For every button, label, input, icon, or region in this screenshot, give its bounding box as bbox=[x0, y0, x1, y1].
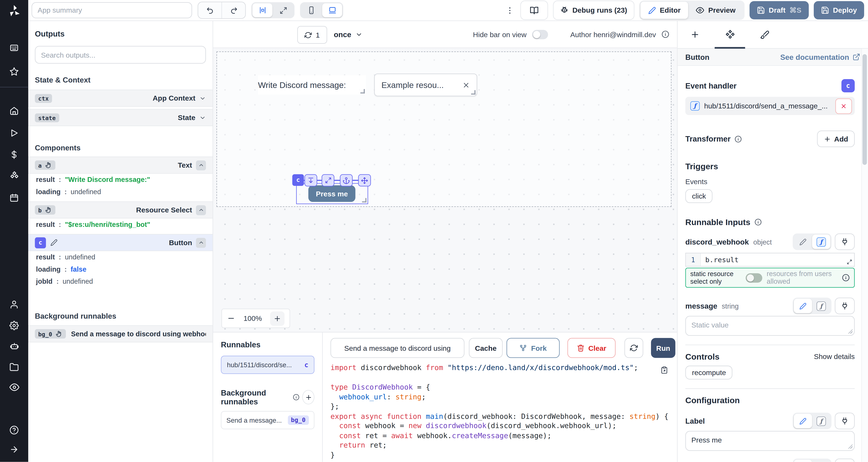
ctx-row[interactable]: ctx App Context bbox=[28, 90, 213, 107]
run-button[interactable]: Run bbox=[651, 338, 675, 358]
script-name-button[interactable]: Send a message to discord using bbox=[331, 338, 465, 358]
refresh-mode-select[interactable]: once bbox=[334, 26, 362, 42]
zoom-out-button[interactable] bbox=[227, 314, 235, 323]
documentation-book-button[interactable] bbox=[520, 1, 548, 20]
resize-handle[interactable] bbox=[848, 329, 852, 333]
add-background-runnable-button[interactable] bbox=[302, 390, 314, 404]
home-icon[interactable] bbox=[0, 104, 28, 117]
message-static-value-input[interactable]: Static value bbox=[685, 316, 855, 336]
tab-insert-component[interactable] bbox=[678, 21, 712, 48]
app-switcher-icon[interactable] bbox=[0, 41, 28, 54]
remove-runnable-button[interactable] bbox=[835, 98, 852, 113]
copy-clipboard-icon[interactable] bbox=[660, 366, 668, 374]
settings-gear-icon[interactable] bbox=[0, 319, 28, 332]
static-mode-pencil-icon[interactable] bbox=[794, 460, 812, 462]
background-runnable-item[interactable]: Send a message... bg_0 bbox=[221, 411, 314, 429]
refresh-script-button[interactable] bbox=[624, 338, 643, 358]
help-icon[interactable] bbox=[0, 423, 28, 436]
draft-button[interactable]: Draft ⌘S bbox=[749, 1, 808, 20]
resource-mode-toggle[interactable] bbox=[746, 273, 762, 283]
event-chip-click[interactable]: click bbox=[685, 189, 713, 203]
resize-handle[interactable] bbox=[848, 444, 852, 449]
event-handler-runnable-chip[interactable]: ƒ hub/1511/discord/send_a_message_... bbox=[685, 97, 855, 115]
chevron-down-icon[interactable] bbox=[199, 95, 206, 101]
billing-dollar-icon[interactable] bbox=[0, 148, 28, 161]
add-transformer-button[interactable]: Add bbox=[817, 131, 855, 147]
pencil-icon[interactable] bbox=[51, 239, 58, 246]
collapse-chevron[interactable] bbox=[196, 237, 206, 248]
state-row[interactable]: state State bbox=[28, 109, 213, 126]
static-mode-pencil-icon[interactable] bbox=[794, 234, 812, 249]
selected-runnable-item[interactable]: hub/1511/discord/se... c bbox=[221, 356, 314, 374]
button-component[interactable]: Press me bbox=[308, 185, 355, 202]
debug-runs-button[interactable]: Debug runs (23) bbox=[553, 1, 634, 20]
anchor-component-button[interactable] bbox=[340, 174, 352, 187]
audit-eye-icon[interactable] bbox=[0, 381, 28, 394]
discord-webhook-expr-editor[interactable]: 1 b.result bbox=[685, 253, 855, 267]
users-icon[interactable] bbox=[0, 298, 28, 311]
schedules-calendar-icon[interactable] bbox=[0, 191, 28, 204]
component-row-a[interactable]: a Text bbox=[28, 157, 213, 174]
mobile-view-button[interactable] bbox=[301, 3, 321, 17]
center-align-button[interactable] bbox=[252, 3, 272, 17]
info-icon[interactable] bbox=[754, 219, 762, 226]
tab-styling[interactable] bbox=[747, 21, 782, 48]
insert-below-button[interactable] bbox=[304, 174, 317, 187]
redo-button[interactable] bbox=[221, 2, 245, 18]
tab-preview[interactable]: Preview bbox=[688, 2, 743, 19]
expand-component-button[interactable] bbox=[322, 174, 334, 187]
desktop-view-button[interactable] bbox=[322, 3, 342, 17]
more-menu-icon[interactable] bbox=[504, 6, 516, 15]
refresh-count-button[interactable]: 1 bbox=[297, 26, 327, 43]
cache-button[interactable]: Cache bbox=[469, 338, 503, 358]
runs-play-icon[interactable] bbox=[0, 126, 28, 139]
eval-mode-f-icon[interactable]: ƒ bbox=[812, 234, 830, 249]
connect-plug-button[interactable] bbox=[835, 412, 855, 429]
settings-scrollbar[interactable] bbox=[861, 48, 868, 462]
chevron-down-icon[interactable] bbox=[199, 114, 206, 121]
zoom-in-button[interactable] bbox=[270, 311, 284, 326]
undo-button[interactable] bbox=[198, 2, 221, 18]
deploy-button[interactable]: Deploy bbox=[813, 1, 864, 20]
label-value-input[interactable]: Press me bbox=[685, 431, 855, 451]
eval-mode-f-icon[interactable]: ƒ bbox=[812, 299, 830, 313]
expand-editor-icon[interactable] bbox=[846, 259, 852, 265]
app-canvas[interactable]: Write Discord message: Example resou... … bbox=[213, 48, 677, 332]
show-details-link[interactable]: Show details bbox=[814, 352, 855, 361]
see-documentation-link[interactable]: See documentation bbox=[780, 53, 860, 61]
clear-button[interactable]: Clear bbox=[567, 338, 616, 358]
fork-button[interactable]: Fork bbox=[506, 338, 560, 358]
resource-select-component[interactable]: Example resou... bbox=[374, 73, 477, 96]
static-mode-pencil-icon[interactable] bbox=[794, 299, 812, 313]
fullscreen-button[interactable] bbox=[274, 3, 293, 17]
background-runnable-row[interactable]: bg_0 Send a message to discord using web… bbox=[28, 325, 213, 342]
component-row-b[interactable]: b Resource Select bbox=[28, 201, 213, 219]
hide-bar-toggle[interactable] bbox=[532, 30, 548, 39]
search-outputs-input[interactable] bbox=[35, 46, 206, 64]
info-icon[interactable] bbox=[842, 274, 850, 282]
connect-plug-button[interactable] bbox=[835, 298, 855, 314]
collapse-chevron[interactable] bbox=[196, 205, 206, 215]
info-icon[interactable] bbox=[734, 135, 742, 142]
scrollbar-thumb[interactable] bbox=[862, 54, 867, 165]
clear-x-icon[interactable] bbox=[462, 81, 470, 89]
favorites-star-icon[interactable] bbox=[0, 65, 28, 78]
windmill-logo-icon[interactable] bbox=[0, 4, 28, 18]
collapse-chevron[interactable] bbox=[196, 160, 206, 170]
recompute-chip[interactable]: recompute bbox=[685, 366, 733, 380]
text-component[interactable]: Write Discord message: bbox=[258, 75, 366, 95]
folders-icon[interactable] bbox=[0, 360, 28, 373]
collapse-rail-arrow-icon[interactable] bbox=[0, 442, 28, 456]
move-component-button[interactable] bbox=[358, 174, 371, 187]
connect-plug-button[interactable] bbox=[835, 459, 855, 462]
app-summary-input[interactable] bbox=[32, 2, 192, 18]
resources-cubes-icon[interactable] bbox=[0, 169, 28, 183]
workers-robot-icon[interactable] bbox=[0, 340, 28, 353]
eval-mode-f-icon[interactable]: ƒ bbox=[812, 460, 830, 462]
static-mode-pencil-icon[interactable] bbox=[794, 414, 812, 428]
code-editor[interactable]: import discordwebhook from "https://deno… bbox=[323, 363, 677, 460]
eval-mode-f-icon[interactable]: ƒ bbox=[812, 414, 830, 428]
tab-editor[interactable]: Editor bbox=[640, 2, 688, 19]
connect-plug-button[interactable] bbox=[835, 233, 855, 250]
tab-component-settings[interactable] bbox=[712, 21, 747, 48]
